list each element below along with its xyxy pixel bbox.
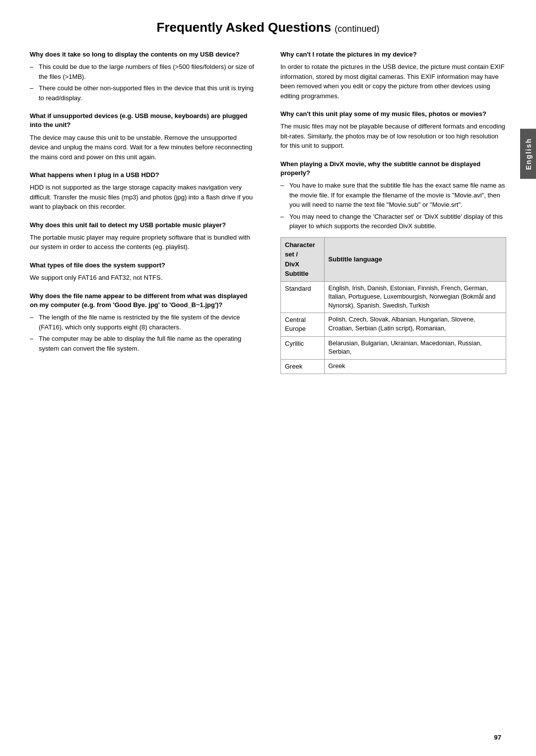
faq-usb-display-slow: Why does it take so long to display the …: [30, 50, 256, 103]
answer-usb-display-slow: This could be due to the large numbers o…: [30, 62, 256, 103]
answer-rotate-pictures: In order to rotate the pictures in the U…: [280, 62, 506, 101]
left-column: Why does it take so long to display the …: [30, 50, 261, 383]
question-usb-hdd: What happens when I plug in a USB HDD?: [30, 171, 256, 180]
title-main: Frequently Asked Questions: [157, 20, 332, 35]
page-number: 97: [494, 734, 501, 741]
sidebar-english-tab: English: [520, 129, 536, 179]
question-unsupported-devices: What if unsupported devices (e.g. USB mo…: [30, 112, 256, 129]
bullet-item: There could be other non-supported files…: [30, 83, 256, 103]
page-container: Frequently Asked Questions (continued) W…: [0, 0, 536, 756]
answer-usb-hdd: HDD is not supported as the large storag…: [30, 183, 256, 212]
charset-greek: Greek: [281, 359, 325, 374]
table-row: Cyrillic Belarusian, Bulgarian, Ukrainia…: [281, 336, 506, 359]
title-continued: (continued): [335, 24, 379, 34]
table-row: Central Europe Polish, Czech, Slovak, Al…: [281, 313, 506, 336]
table-row: Greek Greek: [281, 359, 506, 374]
faq-usb-music-player: Why does this unit fail to detect my USB…: [30, 221, 256, 252]
table-row: Standard English, Irish, Danish, Estonia…: [281, 281, 506, 313]
bullet-item: You have to make sure that the subtitle …: [280, 181, 506, 210]
question-usb-music-player: Why does this unit fail to detect my USB…: [30, 221, 256, 230]
table-header-charset: Character set /DivX Subtitle: [281, 237, 325, 281]
content-area: Why does it take so long to display the …: [0, 50, 536, 383]
faq-usb-hdd: What happens when I plug in a USB HDD? H…: [30, 171, 256, 212]
faq-music-photos-movies: Why can't this unit play some of my musi…: [280, 110, 506, 151]
answer-music-photos-movies: The music files may not be playable beca…: [280, 122, 506, 151]
question-usb-display-slow: Why does it take so long to display the …: [30, 50, 256, 59]
question-filename-change: Why does the file name appear to be diff…: [30, 292, 256, 310]
charset-standard: Standard: [281, 281, 325, 313]
charset-central-europe: Central Europe: [281, 313, 325, 336]
question-divx-subtitle: When playing a DivX movie, why the subti…: [280, 160, 506, 178]
languages-central-europe: Polish, Czech, Slovak, Albanian, Hungari…: [324, 313, 506, 336]
answer-divx-subtitle: You have to make sure that the subtitle …: [280, 181, 506, 374]
subtitle-table: Character set /DivX Subtitle Subtitle la…: [280, 237, 506, 374]
answer-unsupported-devices: The device may cause this unit to be uns…: [30, 133, 256, 162]
right-column: Why can't I rotate the pictures in my de…: [275, 50, 506, 383]
answer-filename-change: The length of the file name is restricte…: [30, 313, 256, 353]
faq-rotate-pictures: Why can't I rotate the pictures in my de…: [280, 50, 506, 101]
languages-standard: English, Irish, Danish, Estonian, Finnis…: [324, 281, 506, 313]
question-file-types: What types of file does the system suppo…: [30, 261, 256, 270]
faq-file-types: What types of file does the system suppo…: [30, 261, 256, 283]
languages-cyrillic: Belarusian, Bulgarian, Ukrainian, Macedo…: [324, 336, 506, 359]
languages-greek: Greek: [324, 359, 506, 374]
page-title: Frequently Asked Questions (continued): [0, 20, 536, 35]
faq-divx-subtitle: When playing a DivX movie, why the subti…: [280, 160, 506, 374]
answer-usb-music-player: The portable music player may require pr…: [30, 233, 256, 252]
charset-cyrillic: Cyrillic: [281, 336, 325, 359]
answer-file-types: We support only FAT16 and FAT32, not NTF…: [30, 273, 256, 283]
table-header-language: Subtitle language: [324, 237, 506, 281]
faq-unsupported-devices: What if unsupported devices (e.g. USB mo…: [30, 112, 256, 162]
bullet-item: You may need to change the 'Character se…: [280, 212, 506, 231]
bullet-item: The length of the file name is restricte…: [30, 313, 256, 332]
faq-filename-change: Why does the file name appear to be diff…: [30, 292, 256, 353]
bullet-item: The computer may be able to display the …: [30, 334, 256, 353]
question-music-photos-movies: Why can't this unit play some of my musi…: [280, 110, 506, 119]
bullet-item: This could be due to the large numbers o…: [30, 62, 256, 81]
question-rotate-pictures: Why can't I rotate the pictures in my de…: [280, 50, 506, 59]
